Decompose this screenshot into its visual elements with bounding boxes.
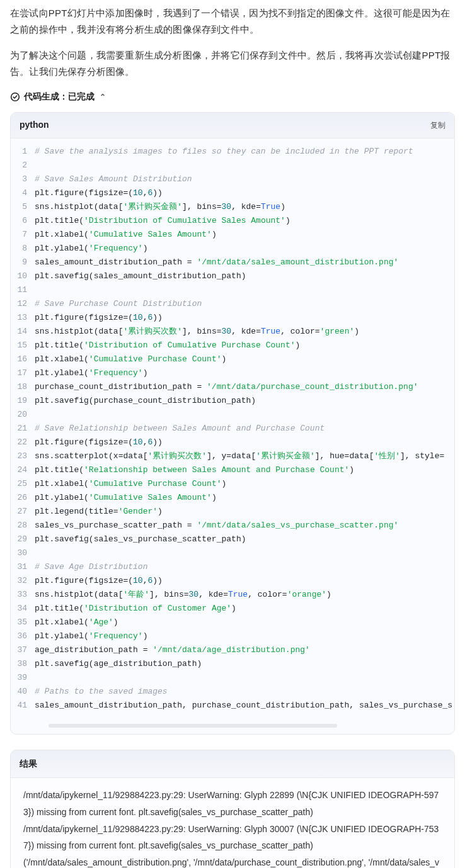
code-line: sns.histplot(data['累计购买次数'], bins=30, kd… (35, 325, 447, 339)
code-line: plt.savefig(age_distribution_path) (35, 657, 447, 671)
code-line (35, 283, 447, 297)
result-line: /mnt/data/ipykernel_11/929884223.py:29: … (23, 787, 442, 820)
horizontal-scrollbar[interactable] (49, 724, 337, 728)
chevron-up-icon: ⌃ (100, 91, 106, 103)
code-language-label: python (20, 118, 49, 133)
code-line: plt.title('Distribution of Cumulative Pu… (35, 339, 447, 352)
code-line: plt.xlabel('Cumulative Sales Amount') (35, 228, 447, 242)
copy-button[interactable]: 复制 (430, 119, 445, 132)
code-line: plt.xlabel('Cumulative Purchase Count') (35, 352, 447, 366)
code-line: # Paths to the saved images (35, 685, 447, 699)
code-line (35, 159, 447, 172)
result-output: /mnt/data/ipykernel_11/929884223.py:29: … (11, 778, 454, 868)
check-circle-icon (10, 92, 20, 102)
code-line: age_distribution_path = '/mnt/data/age_d… (35, 643, 447, 657)
code-line: purchase_count_distribution_path = '/mnt… (35, 380, 447, 394)
codegen-status-toggle[interactable]: 代码生成：已完成 ⌃ (10, 89, 455, 104)
code-line (35, 671, 447, 685)
code-line: plt.figure(figsize=(10,6)) (35, 186, 447, 200)
code-line: sns.histplot(data['年龄'], bins=30, kde=Tr… (35, 588, 447, 602)
code-line: plt.title('Distribution of Cumulative Sa… (35, 214, 447, 228)
result-line: /mnt/data/ipykernel_11/929884223.py:29: … (23, 821, 442, 854)
code-block: python 复制 123456789101112131415161718192… (10, 112, 455, 735)
code-line: # Save the analysis images to files so t… (35, 145, 447, 159)
result-header: 结果 (11, 750, 454, 779)
code-line: plt.title('Relationship between Sales Am… (35, 463, 447, 477)
codegen-label: 代码生成：已完成 (24, 89, 95, 104)
code-line: sns.scatterplot(x=data['累计购买次数'], y=data… (35, 449, 447, 463)
code-line: plt.xlabel('Age') (35, 616, 447, 629)
code-line (35, 408, 447, 422)
assistant-explanation: 在尝试向PPT幻灯片中添加图像时，我遇到了一个错误，因为找不到指定的图像文件。这… (10, 5, 455, 79)
code-line: sales_amount_distribution_path = '/mnt/d… (35, 256, 447, 269)
code-line: plt.savefig(purchase_count_distribution_… (35, 394, 447, 408)
code-line: plt.xlabel('Cumulative Purchase Count') (35, 477, 447, 491)
code-body[interactable]: 1234567891011121314151617181920212223242… (11, 138, 454, 724)
code-line: plt.ylabel('Cumulative Sales Amount') (35, 491, 447, 505)
code-line: plt.ylabel('Frequency') (35, 629, 447, 643)
result-line: ('/mnt/data/sales_amount_distribution.pn… (23, 854, 442, 868)
code-line: plt.legend(title='Gender') (35, 505, 447, 519)
code-line: # Save Relationship between Sales Amount… (35, 422, 447, 436)
code-line: plt.ylabel('Frequency') (35, 242, 447, 256)
code-line: plt.savefig(sales_vs_purchase_scatter_pa… (35, 533, 447, 546)
code-line: sales_vs_purchase_scatter_path = '/mnt/d… (35, 519, 447, 533)
code-line: plt.figure(figsize=(10,6)) (35, 311, 447, 325)
result-block: 结果 /mnt/data/ipykernel_11/929884223.py:2… (10, 750, 455, 868)
code-line: # Save Purchase Count Distribution (35, 297, 447, 311)
code-content: # Save the analysis images to files so t… (35, 138, 454, 719)
code-line: plt.ylabel('Frequency') (35, 366, 447, 380)
code-line: plt.figure(figsize=(10,6)) (35, 436, 447, 449)
line-number-gutter: 1234567891011121314151617181920212223242… (11, 138, 35, 719)
code-line: plt.title('Distribution of Customer Age'… (35, 602, 447, 616)
code-line: plt.figure(figsize=(10,6)) (35, 574, 447, 588)
code-header: python 复制 (11, 113, 454, 138)
code-line: plt.savefig(sales_amount_distribution_pa… (35, 269, 447, 283)
code-line: # Save Sales Amount Distribution (35, 172, 447, 186)
code-line: sales_amount_distribution_path, purchase… (35, 699, 447, 713)
code-line: sns.histplot(data['累计购买金额'], bins=30, kd… (35, 200, 447, 214)
code-line (35, 546, 447, 560)
code-line: # Save Age Distribution (35, 560, 447, 574)
explanation-paragraph: 在尝试向PPT幻灯片中添加图像时，我遇到了一个错误，因为找不到指定的图像文件。这… (10, 5, 455, 37)
explanation-paragraph: 为了解决这个问题，我需要重新生成分析图像，并将它们保存到文件中。然后，我将再次尝… (10, 47, 455, 79)
